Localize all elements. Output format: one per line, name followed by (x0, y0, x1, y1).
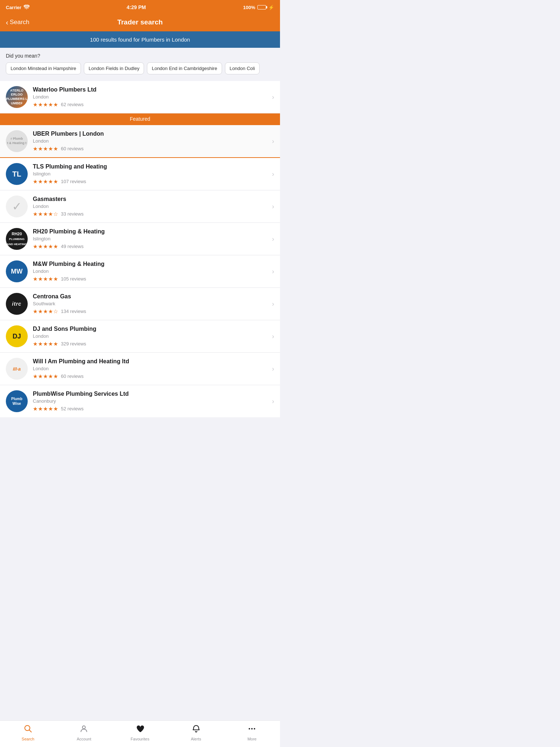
trader-name: TLS Plumbing and Heating (33, 163, 269, 170)
review-count: 107 reviews (61, 179, 86, 184)
star-icons: ★★★★☆ (33, 211, 58, 217)
list-item[interactable]: RH20PLUMBINGAND HEATING RH20 Plumbing & … (0, 223, 280, 255)
trader-info: PlumbWise Plumbing Services Ltd Canonbur… (33, 391, 269, 412)
list-item[interactable]: ATERLOERLOO PLUMBERS LUMBEF Waterloo Plu… (0, 81, 280, 113)
trader-name: DJ and Sons Plumbing (33, 326, 269, 332)
trader-info: M&W Plumbing & Heating London ★★★★★ 105 … (33, 261, 269, 282)
status-right: 100% ⚡ (243, 5, 274, 10)
chevron-right-icon: › (272, 170, 274, 178)
trader-location: Islington (33, 171, 269, 177)
did-you-mean-label: Did you mean? (6, 53, 274, 59)
review-count: 49 reviews (61, 244, 83, 249)
trader-rating: ★★★★★ 105 reviews (33, 276, 269, 282)
suggestion-chip[interactable]: London Minstead in Hampshire (6, 62, 81, 74)
list-item[interactable]: DJ DJ and Sons Plumbing London ★★★★★ 329… (0, 320, 280, 353)
review-count: 105 reviews (61, 276, 86, 282)
wifi-icon (24, 5, 30, 10)
trader-logo: ✓ (6, 196, 28, 217)
suggestion-chip[interactable]: London Coli (225, 62, 260, 74)
trader-name: Gasmasters (33, 196, 269, 202)
trader-name: M&W Plumbing & Heating (33, 261, 269, 267)
review-count: 60 reviews (61, 146, 83, 151)
back-button[interactable]: ‹ Search (6, 19, 30, 26)
trader-rating: ★★★★★ 60 reviews (33, 373, 269, 380)
star-icons: ★★★★★ (33, 341, 58, 347)
results-list: ATERLOERLOO PLUMBERS LUMBEF Waterloo Plu… (0, 81, 280, 417)
list-item[interactable]: MW M&W Plumbing & Heating London ★★★★★ 1… (0, 255, 280, 288)
trader-info: UBER Plumbers | London London ★★★★★ 60 r… (33, 131, 269, 152)
suggestions-row: London Minstead in Hampshire London Fiel… (6, 62, 274, 74)
trader-name: UBER Plumbers | London (33, 131, 269, 137)
star-icons: ★★★★★ (33, 373, 58, 380)
trader-info: TLS Plumbing and Heating Islington ★★★★★… (33, 163, 269, 185)
battery-icon (257, 5, 266, 9)
trader-rating: ★★★★★ 49 reviews (33, 243, 269, 250)
trader-location: Canonbury (33, 398, 269, 404)
battery-percent: 100% (243, 5, 255, 10)
chevron-right-icon: › (272, 235, 274, 243)
suggestion-chip[interactable]: London Fields in Dudley (84, 62, 144, 74)
status-time: 4:29 PM (127, 4, 146, 10)
star-icons: ★★★★★ (33, 276, 58, 282)
trader-name: PlumbWise Plumbing Services Ltd (33, 391, 269, 397)
trader-location: Islington (33, 236, 269, 241)
review-count: 52 reviews (61, 406, 83, 411)
trader-rating: ★★★★★ 52 reviews (33, 406, 269, 412)
list-item[interactable]: TL TLS Plumbing and Heating Islington ★★… (0, 158, 280, 190)
trader-info: DJ and Sons Plumbing London ★★★★★ 329 re… (33, 326, 269, 347)
trader-info: Centrona Gas Southwark ★★★★☆ 134 reviews (33, 293, 269, 315)
page-title: Trader search (117, 18, 163, 26)
carrier-label: Carrier (6, 5, 22, 10)
list-item[interactable]: r Plumbt & Heating t UBER Plumbers | Lon… (0, 124, 280, 158)
star-icons: ★★★★★ (33, 406, 58, 412)
list-item[interactable]: ill·a Will I Am Plumbing and Heating ltd… (0, 353, 280, 385)
back-chevron-icon: ‹ (6, 19, 8, 26)
trader-logo: RH20PLUMBINGAND HEATING (6, 228, 28, 250)
trader-location: London (33, 366, 269, 371)
trader-location: London (33, 204, 269, 209)
review-count: 33 reviews (61, 211, 83, 217)
trader-info: RH20 Plumbing & Heating Islington ★★★★★ … (33, 228, 269, 250)
status-bar: Carrier 4:29 PM 100% ⚡ (0, 0, 280, 15)
back-label: Search (10, 19, 30, 26)
chevron-right-icon: › (272, 300, 274, 308)
trader-name: RH20 Plumbing & Heating (33, 228, 269, 235)
trader-logo: ill·a (6, 358, 28, 380)
chevron-right-icon: › (272, 365, 274, 373)
star-icons: ★★★★★ (33, 146, 58, 152)
logo-text: MW (11, 268, 23, 275)
list-item[interactable]: itrc Centrona Gas Southwark ★★★★☆ 134 re… (0, 288, 280, 320)
chevron-right-icon: › (272, 268, 274, 275)
trader-logo: ATERLOERLOO PLUMBERS LUMBEF (6, 86, 28, 108)
status-left: Carrier (6, 5, 30, 10)
logo-text: DJ (12, 333, 21, 340)
trader-logo: TL (6, 163, 28, 185)
chevron-right-icon: › (272, 398, 274, 405)
list-item[interactable]: PlumbWise PlumbWise Plumbing Services Lt… (0, 385, 280, 417)
trader-name: Waterloo Plumbers Ltd (33, 86, 269, 93)
star-icons: ★★★★★ (33, 178, 58, 185)
logo-text: ill·a (13, 366, 21, 372)
trader-name: Will I Am Plumbing and Heating ltd (33, 358, 269, 365)
star-icons: ★★★★★ (33, 243, 58, 250)
results-banner: 100 results found for Plumbers in London (0, 31, 280, 48)
trader-location: London (33, 94, 269, 100)
trader-rating: ★★★★★ 107 reviews (33, 178, 269, 185)
trader-rating: ★★★★★ 329 reviews (33, 341, 269, 347)
review-count: 62 reviews (61, 102, 83, 107)
review-count: 329 reviews (61, 341, 86, 347)
suggestion-chip[interactable]: London End in Cambridgeshire (147, 62, 222, 74)
logo-text: PlumbWise (11, 396, 23, 406)
trader-rating: ★★★★★ 62 reviews (33, 101, 269, 108)
logo-text: TL (12, 170, 21, 178)
trader-logo: r Plumbt & Heating t (6, 130, 28, 152)
nav-bar: ‹ Search Trader search (0, 15, 280, 31)
featured-banner: Featured (0, 113, 280, 124)
trader-logo: itrc (6, 293, 28, 315)
trader-location: London (33, 138, 269, 144)
list-item[interactable]: ✓ Gasmasters London ★★★★☆ 33 reviews › (0, 190, 280, 223)
trader-location: Southwark (33, 301, 269, 306)
chevron-right-icon: › (272, 93, 274, 101)
trader-logo: PlumbWise (6, 390, 28, 412)
trader-logo: MW (6, 260, 28, 282)
